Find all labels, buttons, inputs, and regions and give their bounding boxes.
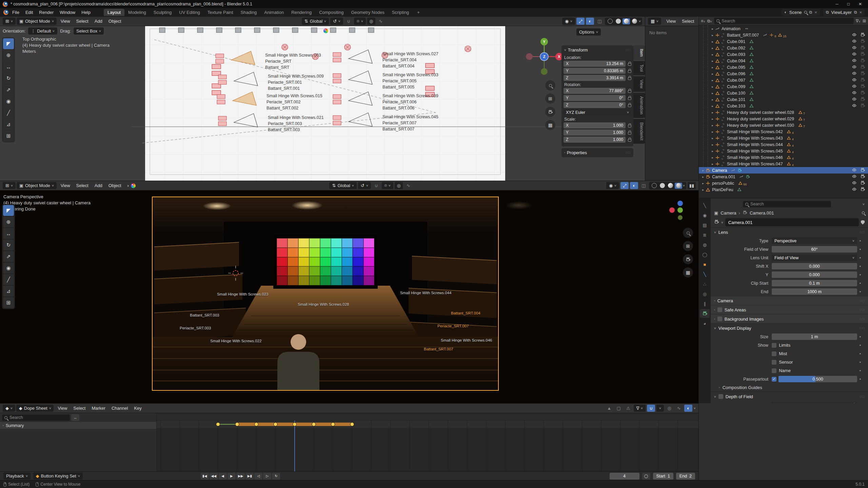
xray-toggle[interactable]: ◫ bbox=[639, 182, 648, 189]
next-frame-button[interactable]: ▷ bbox=[263, 473, 271, 480]
expand-caret-icon[interactable]: ▸ bbox=[710, 85, 715, 88]
properties-tab-particles[interactable]: ∴ bbox=[700, 280, 710, 288]
outliner-editor[interactable]: ≡∨ ⧉∨ Search ∇∨ ⊞ ▸Animation▸Battant_SRT… bbox=[699, 17, 868, 198]
shading-wireframe[interactable] bbox=[606, 18, 614, 24]
xray-toggle[interactable]: ◫ bbox=[595, 18, 604, 25]
proportional-editing-toggle[interactable]: ◎ bbox=[367, 18, 375, 25]
transform-orientation-dropdown[interactable]: ⇅Global∨ bbox=[329, 182, 356, 189]
app-menu-edit[interactable]: Edit bbox=[22, 9, 36, 16]
properties-options-dropdown[interactable]: ∨ bbox=[862, 203, 865, 206]
tool-select-box-button[interactable]: ◤ bbox=[3, 38, 14, 49]
outliner-search-input[interactable]: Search bbox=[714, 18, 854, 24]
next-keyframe-button[interactable]: ▶▶ bbox=[236, 473, 245, 480]
expand-caret-icon[interactable]: ▸ bbox=[710, 162, 715, 166]
options-dropdown[interactable]: Options∨ bbox=[576, 28, 601, 36]
lens-clip-start-field[interactable]: 0.1 m bbox=[772, 280, 857, 286]
properties-tab-view-layer[interactable]: ≣ bbox=[700, 230, 710, 239]
pin-icon[interactable] bbox=[804, 10, 807, 14]
play-reverse-button[interactable]: ◀ bbox=[219, 473, 227, 480]
properties-tab-tool[interactable]: ╲ bbox=[700, 201, 710, 210]
passepartout-slider[interactable]: 0.500 bbox=[778, 376, 857, 382]
expand-caret-icon[interactable]: ▸ bbox=[710, 59, 715, 63]
outliner-row[interactable]: ▸Heavy duty swivel caster wheel.0287 bbox=[699, 109, 868, 116]
outliner-row[interactable]: ▸Cube.097 bbox=[699, 77, 868, 83]
size-field[interactable]: 1 m bbox=[772, 333, 857, 340]
frame-end-field[interactable]: End 2 bbox=[676, 473, 695, 480]
falloff-dropdown[interactable]: ∿ bbox=[675, 405, 683, 412]
animate-dot-icon[interactable]: ● bbox=[857, 256, 863, 259]
menu-channel[interactable]: Channel bbox=[108, 405, 131, 411]
shading-dropdown[interactable]: ∨ bbox=[638, 20, 641, 23]
viewport-camera-perspective[interactable]: ⊞∨ ▣Object Mode∨ ViewSelectAddObject › ⇅… bbox=[0, 181, 699, 403]
channel-search-input[interactable]: Search bbox=[2, 414, 70, 421]
collapse-icon[interactable]: ∨ bbox=[714, 231, 716, 234]
animate-dot-icon[interactable]: ● bbox=[857, 290, 863, 293]
outliner-row[interactable]: ▸Small Hinge With Screws.0444 bbox=[699, 141, 868, 148]
expand-caret-icon[interactable]: ▸ bbox=[710, 92, 715, 95]
animate-dot-icon[interactable]: ● bbox=[857, 273, 863, 276]
loop-button[interactable]: ↻ bbox=[272, 473, 280, 480]
shading-solid[interactable] bbox=[658, 183, 666, 189]
sidebar-tab-tool[interactable]: Tool bbox=[633, 61, 645, 75]
menu-add[interactable]: Add bbox=[92, 182, 105, 189]
menu-key[interactable]: Key bbox=[131, 405, 144, 411]
playback-popover[interactable]: Playback∨ bbox=[3, 472, 31, 480]
current-frame-field[interactable]: 4 bbox=[610, 473, 639, 480]
expand-caret-icon[interactable]: ▸ bbox=[701, 169, 705, 172]
datablock-name-field[interactable]: Camera.001 bbox=[725, 218, 859, 226]
workspace-tab-shading[interactable]: Shading bbox=[237, 9, 261, 16]
scene-selector[interactable]: ◐ Scene ⧉ × bbox=[782, 9, 820, 16]
dof-checkbox[interactable] bbox=[718, 394, 723, 399]
camera-view-button[interactable] bbox=[545, 107, 555, 117]
editor-type-button[interactable]: ⊞∨ bbox=[3, 182, 16, 189]
cursor-tool-icon[interactable]: ▲ bbox=[605, 405, 613, 412]
lens-end-field[interactable]: 1000 m bbox=[772, 288, 857, 295]
only-errors-icon[interactable]: ⚠ bbox=[624, 405, 632, 412]
workspace-tab-geometry-nodes[interactable]: Geometry Nodes bbox=[347, 9, 388, 16]
hide-eye-icon[interactable] bbox=[852, 97, 857, 103]
outliner-row[interactable]: ▸Heavy duty swivel caster wheel.0297 bbox=[699, 116, 868, 122]
hide-eye-icon[interactable] bbox=[852, 71, 857, 77]
tool-annotate-button[interactable]: ╱ bbox=[3, 274, 14, 285]
use-preview-range-icon[interactable]: ◯ bbox=[642, 473, 650, 480]
editor-type-button[interactable]: ⊞∨ bbox=[3, 18, 16, 25]
tool-annotate-button[interactable]: ╱ bbox=[3, 107, 14, 118]
properties-panel-collapsed[interactable]: › Properties ∷∷ bbox=[561, 148, 633, 157]
summary-channel-row[interactable]: › Summary bbox=[0, 422, 156, 429]
outliner-row[interactable]: ▸Cube.095 bbox=[699, 64, 868, 70]
pause-render-button[interactable]: ▮▮ bbox=[688, 182, 696, 189]
scale-x-field[interactable]: X1.000 bbox=[564, 122, 626, 128]
navigation-axis-gizmo[interactable]: Y X Z bbox=[524, 36, 565, 77]
editor-type-button[interactable]: ◆∨ bbox=[3, 405, 15, 412]
expand-caret-icon[interactable]: ▸ bbox=[710, 149, 715, 153]
proportional-falloff-dropdown[interactable]: ∿ bbox=[377, 18, 385, 25]
snap-dropdown[interactable]: ⌾∨ bbox=[382, 182, 394, 189]
show-name-checkbox[interactable] bbox=[772, 368, 776, 373]
hide-eye-icon[interactable] bbox=[852, 90, 857, 96]
tool-move-button[interactable]: ↔ bbox=[3, 228, 14, 239]
show-mist-checkbox[interactable] bbox=[772, 351, 776, 356]
app-menu-help[interactable]: Help bbox=[78, 9, 94, 16]
composition-guides-title[interactable]: Composition Guides bbox=[723, 385, 762, 390]
animate-dot-icon[interactable]: ● bbox=[857, 265, 863, 268]
tool-select-box-button[interactable]: ◤ bbox=[3, 205, 14, 216]
disable-render-icon[interactable] bbox=[860, 167, 865, 174]
expand-caret-icon[interactable]: ▸ bbox=[710, 111, 715, 114]
show-sensor-checkbox[interactable] bbox=[772, 360, 776, 365]
new-collection-button[interactable]: ⊞ bbox=[863, 19, 866, 23]
mode-dropdown[interactable]: ▣Object Mode∨ bbox=[17, 182, 57, 189]
snap-toggle[interactable]: ∪ bbox=[344, 18, 353, 25]
menu-object[interactable]: Object bbox=[105, 182, 124, 189]
animate-dot-icon[interactable]: ● bbox=[857, 248, 863, 251]
jump-to-end-button[interactable]: ▶▮ bbox=[245, 473, 254, 480]
pivot-dropdown[interactable]: ◐ bbox=[684, 405, 692, 412]
breadcrumb-data[interactable]: Camera.001 bbox=[750, 210, 774, 216]
expand-caret-icon[interactable]: ▸ bbox=[710, 156, 715, 159]
menu-marker[interactable]: Marker bbox=[88, 405, 108, 411]
gizmos-toggle[interactable]: ⤢ bbox=[620, 182, 629, 189]
transform-orientation-dropdown[interactable]: ⇅Global∨ bbox=[302, 18, 329, 25]
animate-dot-icon[interactable]: ● bbox=[857, 369, 863, 372]
menu-select[interactable]: Select bbox=[73, 18, 92, 24]
box-select-icon[interactable]: ▢ bbox=[615, 405, 623, 412]
menu-view[interactable]: View bbox=[55, 405, 70, 411]
